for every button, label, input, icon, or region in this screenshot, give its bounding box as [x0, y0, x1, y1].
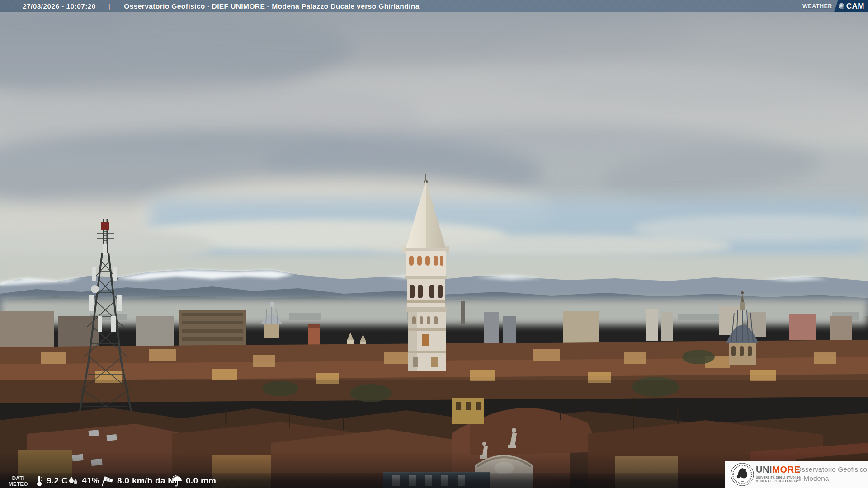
page-title: Osservatorio Geofisico - DIEF UNIMORE - … — [124, 2, 419, 10]
weathercam-logo[interactable]: Weather CAM — [802, 0, 868, 12]
thermometer-icon — [35, 475, 43, 487]
windsock-icon — [100, 475, 114, 487]
modena-panorama-photo — [0, 0, 868, 488]
dati-meteo-label: DATI METEO — [9, 475, 28, 487]
camera-lens-icon — [839, 3, 844, 9]
rain-reading: 0.0 mm — [172, 473, 216, 488]
observatory-name: Osservatorio Geofisico di Modena — [796, 465, 867, 483]
topbar: 27/03/2026 - 10:07:20 | Osservatorio Geo… — [0, 0, 868, 12]
unimore-subtitle: UNIVERSITÀ DEGLI STUDI DI MODENA E REGGI… — [756, 476, 801, 483]
wind-reading: 8.0 km/h da NE — [100, 473, 180, 488]
umbrella-rain-icon — [172, 475, 183, 487]
unimore-seal-icon — [731, 463, 754, 486]
weathercam-word: Weather — [802, 3, 832, 9]
weathercam-cam-word: CAM — [846, 2, 864, 11]
datetime-label: 27/03/2026 - 10:07:20 — [23, 2, 96, 10]
temperature-reading: 9.2 C — [35, 473, 68, 488]
weathercam-badge: CAM — [834, 0, 868, 12]
unimore-wordmark: UNIMORE UNIVERSITÀ DEGLI STUDI DI MODENA… — [756, 465, 801, 483]
unimore-brand-box[interactable]: UNIMORE UNIVERSITÀ DEGLI STUDI DI MODENA… — [725, 461, 868, 488]
separator: | — [108, 2, 110, 10]
humidity-reading: 41% — [68, 473, 99, 488]
humidity-drops-icon — [68, 475, 79, 486]
webcam-view: 27/03/2026 - 10:07:20 | Osservatorio Geo… — [0, 0, 868, 488]
